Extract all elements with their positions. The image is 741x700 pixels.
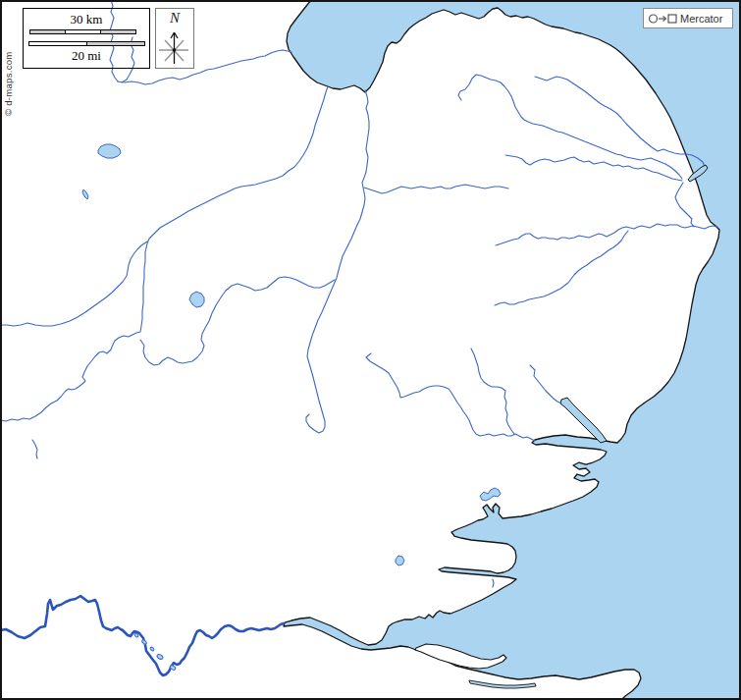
reservoir-dot (149, 647, 154, 652)
river-tributary-west (0, 242, 147, 326)
scale-km-label: 30 km (24, 12, 149, 27)
river-yare (458, 75, 682, 179)
river-north-south (306, 90, 369, 433)
lake-teardrop (189, 292, 204, 307)
reservoir-dot (156, 654, 164, 661)
lake-hanningfield (396, 556, 404, 565)
copyright-credit: © d-maps.com (3, 51, 14, 116)
scale-segment (100, 29, 136, 34)
river-colne-upper (471, 349, 514, 434)
river-thames (0, 596, 284, 675)
scale-segment (28, 41, 87, 46)
east-anglia-map (0, 0, 741, 700)
river-waveney (496, 224, 717, 245)
river-blyth-upper (495, 231, 628, 305)
circle-arrow-square-icon (648, 13, 677, 25)
scale-segment (65, 29, 101, 34)
scale-box: 30 km 20 mi (23, 8, 150, 69)
sea-layer (284, 0, 741, 700)
scale-bar-mi (28, 41, 145, 46)
river-cam (140, 277, 335, 365)
river-wensum (505, 155, 682, 181)
projection-label: Mercator (680, 13, 722, 25)
lake-sliver (82, 189, 88, 199)
scale-mi-label: 20 mi (24, 48, 149, 64)
river-roach-stub (493, 579, 494, 587)
reservoir-dot (141, 639, 147, 645)
map-page: 30 km 20 mi N Mercator © d-maps.com (0, 0, 741, 700)
river-stub-south (675, 183, 694, 227)
scale-bar-km (29, 29, 137, 34)
river-great-ouse (0, 86, 328, 421)
sea-coastline (284, 0, 741, 700)
lakes-layer (82, 144, 501, 671)
compass-box: N (155, 8, 194, 69)
scale-segment (29, 29, 66, 34)
river-little-ouse (364, 185, 508, 193)
projection-box: Mercator (643, 8, 733, 28)
river-gipping (530, 365, 561, 404)
compass-rose-icon (156, 27, 191, 67)
lake-abberton (480, 488, 501, 501)
river-stub-sw (32, 440, 37, 458)
lake-grafham (98, 144, 121, 158)
swale-channel (469, 680, 536, 688)
compass-north-label: N (156, 10, 193, 27)
scale-segment (86, 41, 145, 46)
